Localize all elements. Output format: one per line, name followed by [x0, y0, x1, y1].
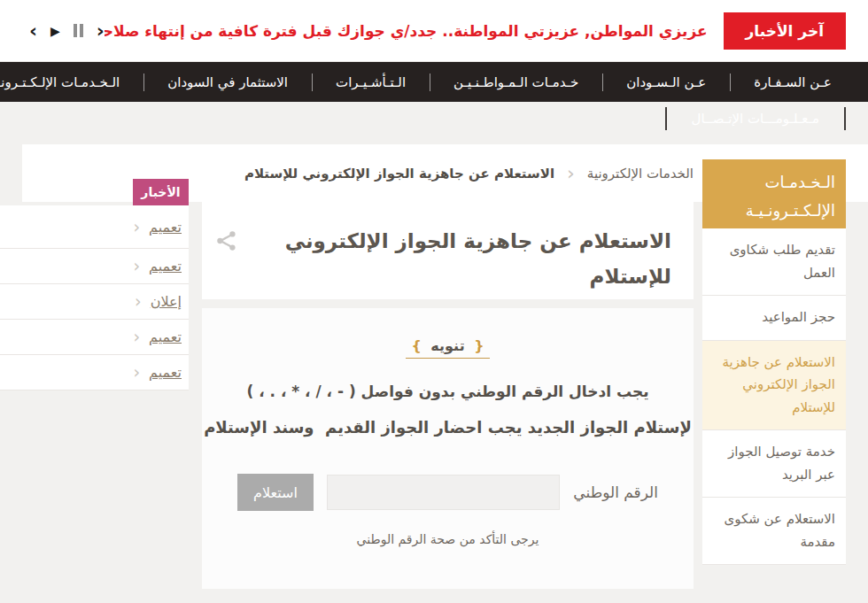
breadcrumb: الخدمات الإلكترونية ‹ الاستعلام عن جاهزي…: [202, 144, 694, 202]
notice-word: تنويه: [430, 337, 464, 354]
nav-item-about-sudan[interactable]: عـن الـسـودان: [602, 62, 730, 102]
ticker-bar: آخر الأخبار عزيزي المواطن, عزيزتي المواط…: [0, 0, 868, 62]
main-nav: عـن السـفـارة عـن الـسـودان خـدمـات الـم…: [0, 62, 868, 102]
ticker-prev-icon[interactable]: ‹: [29, 21, 37, 41]
sidebar-item-appointments[interactable]: حجز المواعيد: [702, 296, 846, 341]
news-item-label: تعميم: [149, 329, 182, 345]
inquiry-form: الرقم الوطني استعلام: [202, 474, 694, 511]
services-sidebar: الـخـدمـات الإلـكـتـرونـيـة تقديم طلب شك…: [702, 159, 846, 565]
sidebar-item-labor-complaints[interactable]: تقديم طلب شكاوى العمل: [702, 228, 846, 296]
nav-item-investment[interactable]: الاستثمار في السودان: [143, 62, 312, 102]
sidebar-item-complaint-status[interactable]: الاستعلام عن شكوى مقدمة: [702, 498, 846, 565]
nav-item-about-embassy[interactable]: عـن السـفـارة: [730, 62, 856, 102]
nav-item-contact-info[interactable]: مـعـلـومـــات الإتـصــال: [665, 102, 846, 135]
ticker-play-icon[interactable]: ▶: [50, 25, 60, 37]
inquiry-button[interactable]: استعلام: [237, 474, 314, 511]
news-list: تعميم ‹ تعميم ‹ إعلان ‹ تعميم ‹ تعميم ‹: [0, 205, 189, 390]
ticker-controls: ‹ ▶ ›: [22, 21, 105, 41]
news-item-label: تعميم: [149, 258, 182, 274]
news-item-label: إعلان: [151, 293, 182, 310]
breadcrumb-parent[interactable]: الخدمات الإلكترونية: [587, 166, 694, 182]
news-item-label: تعميم: [149, 364, 182, 381]
ticker-text: عزيزي المواطن, عزيزتي المواطنة.. جدد/ي ج…: [105, 22, 708, 40]
page: آخر الأخبار عزيزي المواطن, عزيزتي المواط…: [0, 0, 868, 603]
share-icon[interactable]: [214, 228, 239, 253]
inquiry-card: { تنويه } يجب ادخال الرقم الوطني بدون فو…: [202, 308, 694, 589]
chevron-left-icon: ‹: [133, 258, 140, 274]
national-number-label: الرقم الوطني: [573, 483, 658, 501]
national-number-input[interactable]: [327, 475, 560, 510]
latest-news-badge: آخر الأخبار: [724, 12, 846, 50]
chevron-left-icon: ‹: [133, 329, 140, 345]
notice-brace-close: }: [474, 337, 484, 354]
news-item[interactable]: تعميم ‹: [0, 249, 189, 284]
nav-row-2: مـعـلـومـــات الإتـصــال: [0, 102, 868, 135]
nav-item-visas[interactable]: الـتـأشـيـرات: [312, 62, 430, 102]
news-item[interactable]: إعلان ‹: [0, 284, 189, 320]
notice-heading: { تنويه }: [406, 337, 489, 359]
sidebar-item-passport-readiness[interactable]: الاستعلام عن جاهزية الجواز الإلكتروني لل…: [702, 341, 846, 431]
news-item-label: تعميم: [149, 219, 182, 236]
ticker-pause-icon[interactable]: [74, 24, 83, 37]
chevron-left-icon: ‹: [133, 219, 140, 236]
notice-brace-open: {: [411, 337, 421, 354]
notice-line-1: يجب ادخال الرقم الوطني بدون فواصل ( - ، …: [202, 383, 694, 400]
breadcrumb-current: الاستعلام عن جاهزية الجواز الإلكتروني لل…: [244, 166, 554, 182]
notice-line-2: لإستلام الجواز الجديد يجب احضار الجواز ا…: [202, 418, 694, 437]
news-header: الأخبار: [133, 179, 189, 205]
nav-item-eservices[interactable]: الـخـدمـات الإلـكـتـرونـيـة: [0, 62, 143, 102]
sidebar-title: الـخـدمـات الإلـكـتـرونـيـة: [702, 159, 846, 228]
news-item[interactable]: تعميم ‹: [0, 320, 189, 355]
nav-item-citizen-services[interactable]: خـدمـات الـمـواطـنـيـن: [430, 62, 602, 102]
ticker-next-icon[interactable]: ›: [97, 21, 105, 41]
chevron-left-icon: ‹: [133, 364, 140, 381]
page-title-card: الاستعلام عن جاهزية الجواز الإلكتروني لل…: [202, 202, 694, 299]
sidebar-item-passport-mail-delivery[interactable]: خدمة توصيل الجواز عبر البريد: [702, 430, 846, 498]
news-item[interactable]: تعميم ‹: [0, 205, 189, 249]
breadcrumb-chevron-icon: ‹: [567, 164, 575, 183]
helper-text: يرجى التأكد من صحة الرقم الوطني: [202, 532, 694, 546]
news-item[interactable]: تعميم ‹: [0, 355, 189, 390]
chevron-left-icon: ‹: [135, 293, 142, 310]
page-title: الاستعلام عن جاهزية الجواز الإلكتروني لل…: [202, 202, 694, 295]
